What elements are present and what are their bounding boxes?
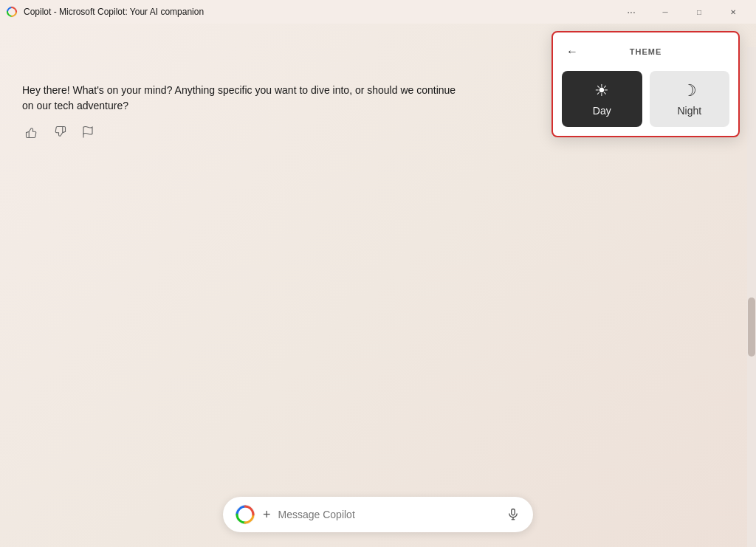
thumbs-up-button[interactable]	[22, 123, 41, 145]
maximize-button[interactable]: □	[682, 0, 716, 24]
day-icon: ☀	[594, 81, 609, 100]
theme-header: ← THEME	[562, 41, 729, 62]
close-button[interactable]: ✕	[716, 0, 750, 24]
minimize-button[interactable]: ─	[648, 0, 682, 24]
chat-message: Hey there! What's on your mind? Anything…	[22, 83, 465, 114]
input-bar: +	[223, 497, 533, 532]
message-input[interactable]	[278, 509, 499, 520]
theme-night-button[interactable]: ☽ Night	[650, 71, 730, 127]
window-title: Copilot - Microsoft Copilot: Your AI com…	[24, 7, 614, 17]
night-icon: ☽	[682, 81, 697, 100]
titlebar: Copilot - Microsoft Copilot: Your AI com…	[0, 0, 756, 24]
microphone-button[interactable]	[505, 508, 521, 521]
theme-panel: ← THEME ☀ Day ☽ Night	[551, 31, 740, 137]
day-label: Day	[593, 105, 611, 117]
flag-button[interactable]	[78, 123, 97, 145]
more-options-button[interactable]: ···	[614, 0, 648, 24]
copilot-logo-icon	[235, 504, 255, 525]
main-content: ← THEME ☀ Day ☽ Night Hey there! What's …	[0, 24, 756, 547]
thumbs-down-button[interactable]	[50, 123, 69, 145]
scrollbar-thumb[interactable]	[748, 297, 755, 357]
svg-point-0	[7, 7, 17, 17]
scrollbar-track[interactable]	[747, 47, 756, 547]
add-attachment-button[interactable]: +	[261, 507, 272, 523]
svg-rect-8	[512, 509, 515, 515]
theme-options: ☀ Day ☽ Night	[562, 71, 729, 127]
night-label: Night	[677, 105, 701, 117]
theme-title: THEME	[583, 47, 709, 56]
theme-day-button[interactable]: ☀ Day	[562, 71, 642, 127]
svg-point-7	[236, 505, 255, 524]
app-logo	[6, 6, 18, 18]
theme-back-button[interactable]: ←	[562, 41, 583, 62]
